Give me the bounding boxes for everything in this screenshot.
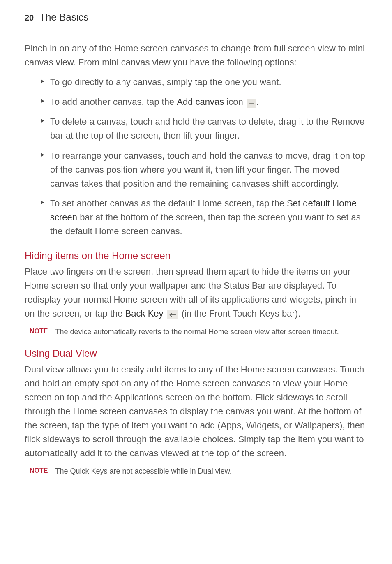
add-canvas-label: Add canvas xyxy=(177,97,224,107)
note-row: NOTE The Quick Keys are not accessible w… xyxy=(30,466,367,476)
page-number: 20 xyxy=(25,13,34,23)
list-item-text: bar at the bottom of the screen, then ta… xyxy=(50,212,361,236)
paragraph-text: (in the Front Touch Keys bar). xyxy=(182,308,300,319)
list-item-text: icon xyxy=(224,97,246,107)
list-item-text: To rearrange your canvases, touch and ho… xyxy=(50,150,365,189)
list-item: To delete a canvas, touch and hold the c… xyxy=(25,115,367,143)
list-item-text: To delete a canvas, touch and hold the c… xyxy=(50,116,365,141)
intro-paragraph: Pinch in on any of the Home screen canva… xyxy=(25,42,367,69)
note-text: The Quick Keys are not accessible while … xyxy=(55,466,231,476)
dual-paragraph: Dual view allows you to easily add items… xyxy=(25,363,367,461)
list-item: To add another canvas, tap the Add canva… xyxy=(25,95,367,109)
page: 20 The Basics Pinch in on any of the Hom… xyxy=(0,0,392,500)
page-header: 20 The Basics xyxy=(25,12,367,25)
plus-icon xyxy=(247,99,256,108)
list-item-text: To add another canvas, tap the xyxy=(50,97,177,107)
list-item: To rearrange your canvases, touch and ho… xyxy=(25,149,367,191)
back-icon xyxy=(167,310,178,319)
note-label: NOTE xyxy=(30,467,48,474)
note-row: NOTE The device automatically reverts to… xyxy=(30,327,367,337)
back-key-label: Back Key xyxy=(125,308,164,319)
hiding-paragraph: Place two fingers on the screen, then sp… xyxy=(25,265,367,321)
list-item-text: . xyxy=(256,97,259,107)
note-label: NOTE xyxy=(30,328,48,335)
list-item-text: To go directly to any canvas, simply tap… xyxy=(50,77,281,87)
section-title: The Basics xyxy=(39,12,88,23)
hiding-heading: Hiding items on the Home screen xyxy=(25,250,367,261)
list-item: To go directly to any canvas, simply tap… xyxy=(25,75,367,89)
dual-heading: Using Dual View xyxy=(25,348,367,359)
list-item: To set another canvas as the default Hom… xyxy=(25,196,367,238)
note-text: The device automatically reverts to the … xyxy=(55,327,339,337)
list-item-text: To set another canvas as the default Hom… xyxy=(50,198,287,208)
options-list: To go directly to any canvas, simply tap… xyxy=(25,75,367,238)
